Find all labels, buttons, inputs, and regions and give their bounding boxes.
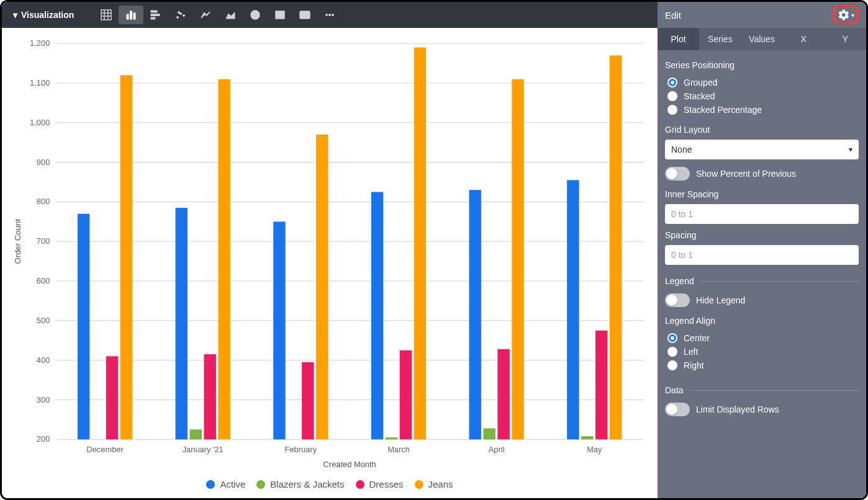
tab-values[interactable]: Values (741, 28, 782, 50)
svg-text:Order Count: Order Count (13, 219, 22, 264)
legend-label: Active (220, 479, 245, 489)
bar[interactable] (190, 429, 202, 439)
legend-align-label: Legend Align (665, 316, 859, 326)
bar[interactable] (176, 208, 188, 439)
bar[interactable] (316, 135, 328, 439)
tab-y[interactable]: Y (825, 28, 866, 50)
bar[interactable] (610, 55, 622, 439)
svg-rect-6 (130, 11, 132, 19)
bar[interactable] (567, 180, 579, 439)
hide-legend-toggle[interactable] (665, 293, 690, 307)
legend-item-blazers-jackets[interactable]: Blazers & Jackets (256, 479, 344, 489)
visualization-dropdown[interactable]: ▾ Visualization (8, 10, 79, 20)
limit-rows-toggle[interactable] (665, 403, 690, 416)
svg-rect-7 (133, 13, 135, 19)
limit-rows-label: Limit Displayed Rows (696, 404, 779, 414)
svg-text:March: March (387, 444, 410, 453)
bar[interactable] (595, 331, 607, 439)
tab-plot[interactable]: Plot (658, 28, 699, 50)
svg-rect-9 (151, 14, 160, 16)
single-value-icon[interactable]: 6 (292, 6, 317, 24)
legend-label: Jeans (428, 479, 453, 489)
legend-item-dresses[interactable]: Dresses (356, 479, 404, 489)
legend-align-group: CenterLeftRight (665, 331, 859, 374)
tab-x[interactable]: X (783, 28, 825, 50)
svg-rect-0 (101, 10, 111, 20)
scatter-chart-icon[interactable] (168, 6, 193, 24)
select-caret-icon: ▾ (849, 145, 852, 154)
chart-legend: ActiveBlazers & JacketsDressesJeans (7, 474, 653, 496)
bar[interactable] (483, 428, 495, 439)
hide-legend-label: Hide Legend (696, 295, 745, 305)
limit-rows-toggle-row[interactable]: Limit Displayed Rows (665, 400, 859, 419)
svg-text:6: 6 (304, 12, 307, 19)
bar[interactable] (400, 350, 412, 440)
svg-text:700: 700 (37, 236, 50, 246)
show-percent-toggle-row[interactable]: Show Percent of Previous (665, 164, 859, 183)
radio-icon (667, 333, 677, 343)
bar[interactable] (218, 79, 230, 440)
legend-align-option-left[interactable]: Left (667, 347, 859, 357)
spacing-input[interactable] (665, 245, 859, 265)
radio-label: Stacked (684, 91, 715, 101)
bar[interactable] (273, 221, 285, 439)
edit-title: Edit (665, 10, 681, 20)
more-icon[interactable] (317, 6, 342, 24)
area-chart-icon[interactable] (218, 6, 243, 24)
edit-header: Edit ▾ (658, 2, 866, 28)
svg-marker-15 (226, 12, 235, 19)
tab-series[interactable]: Series (699, 28, 741, 50)
radio-icon (667, 360, 677, 370)
caret-down-icon: ▾ (13, 10, 17, 20)
grid-layout-select[interactable]: None ▾ (665, 140, 859, 159)
hide-legend-toggle-row[interactable]: Hide Legend (665, 291, 859, 310)
bar[interactable] (469, 190, 481, 439)
svg-text:800: 800 (37, 197, 50, 206)
show-percent-toggle[interactable] (665, 167, 690, 181)
spacing-label: Spacing (665, 230, 859, 240)
series-positioning-option-grouped[interactable]: Grouped (667, 78, 859, 87)
bar[interactable] (497, 349, 509, 439)
bar[interactable] (386, 437, 397, 439)
bar[interactable] (371, 192, 383, 439)
legend-item-jeans[interactable]: Jeans (415, 479, 453, 489)
series-positioning-option-stacked[interactable]: Stacked (667, 91, 859, 101)
svg-point-12 (180, 13, 182, 15)
radio-icon (667, 105, 677, 115)
settings-gear-button[interactable]: ▾ (833, 6, 859, 24)
bar[interactable] (106, 356, 118, 439)
radio-label: Center (684, 333, 710, 343)
svg-text:April: April (489, 444, 505, 453)
table-view-icon[interactable] (94, 6, 119, 24)
chart-canvas: 2003004005006007008009001,0001,1001,200O… (7, 34, 653, 474)
bar[interactable] (512, 79, 523, 440)
bar[interactable] (414, 48, 426, 440)
inner-spacing-input[interactable] (665, 204, 859, 224)
map-chart-icon[interactable] (268, 6, 292, 24)
show-percent-label: Show Percent of Previous (696, 169, 796, 179)
series-positioning-option-stacked-percentage[interactable]: Stacked Percentage (667, 105, 859, 115)
svg-point-21 (329, 14, 331, 16)
bar[interactable] (204, 354, 215, 439)
bar[interactable] (581, 436, 593, 439)
legend-align-option-right[interactable]: Right (667, 360, 859, 370)
caret-down-icon: ▾ (851, 12, 854, 19)
bar[interactable] (120, 75, 132, 439)
svg-text:January '21: January '21 (183, 444, 224, 453)
column-chart-icon[interactable] (119, 6, 143, 24)
line-chart-icon[interactable] (193, 6, 218, 24)
bar-chart-icon[interactable] (143, 6, 168, 24)
data-section-label: Data (665, 385, 684, 395)
bar[interactable] (78, 214, 89, 440)
radio-label: Left (684, 347, 698, 357)
pie-chart-icon[interactable] (243, 6, 268, 24)
svg-rect-5 (127, 14, 129, 19)
bar[interactable] (302, 362, 314, 439)
legend-item-active[interactable]: Active (206, 479, 245, 489)
plot-tab-body: Series Positioning GroupedStackedStacked… (658, 50, 866, 498)
svg-rect-17 (276, 11, 284, 19)
series-positioning-group: GroupedStackedStacked Percentage (665, 75, 859, 118)
radio-icon (667, 78, 677, 87)
legend-align-option-center[interactable]: Center (667, 333, 859, 343)
svg-text:May: May (587, 444, 602, 453)
